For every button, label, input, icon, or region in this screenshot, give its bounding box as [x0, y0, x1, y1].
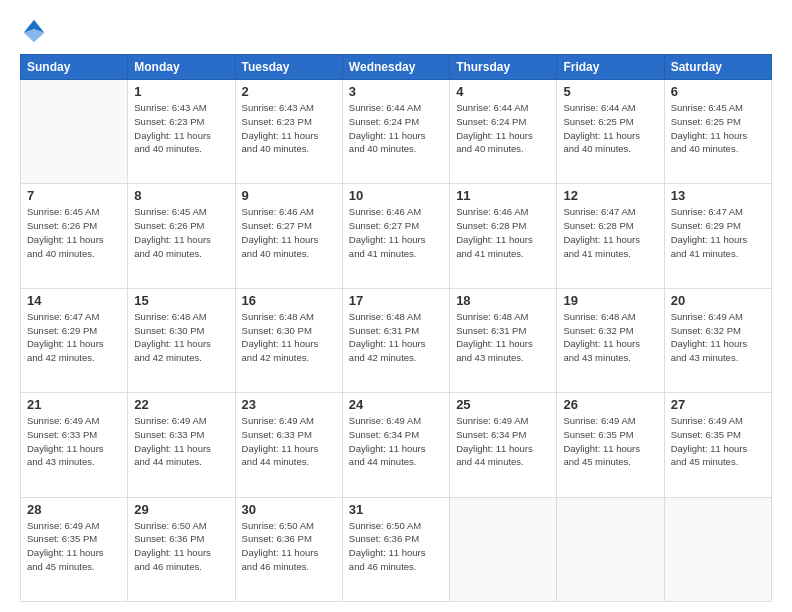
day-info: Sunrise: 6:44 AM Sunset: 6:24 PM Dayligh… — [349, 101, 443, 156]
calendar-cell: 7Sunrise: 6:45 AM Sunset: 6:26 PM Daylig… — [21, 184, 128, 288]
day-number: 28 — [27, 502, 121, 517]
day-number: 5 — [563, 84, 657, 99]
day-info: Sunrise: 6:49 AM Sunset: 6:34 PM Dayligh… — [456, 414, 550, 469]
day-number: 13 — [671, 188, 765, 203]
col-header-wednesday: Wednesday — [342, 55, 449, 80]
day-info: Sunrise: 6:48 AM Sunset: 6:32 PM Dayligh… — [563, 310, 657, 365]
calendar-cell: 1Sunrise: 6:43 AM Sunset: 6:23 PM Daylig… — [128, 80, 235, 184]
day-number: 18 — [456, 293, 550, 308]
calendar-cell: 18Sunrise: 6:48 AM Sunset: 6:31 PM Dayli… — [450, 288, 557, 392]
col-header-saturday: Saturday — [664, 55, 771, 80]
col-header-sunday: Sunday — [21, 55, 128, 80]
calendar-cell: 6Sunrise: 6:45 AM Sunset: 6:25 PM Daylig… — [664, 80, 771, 184]
calendar-cell: 8Sunrise: 6:45 AM Sunset: 6:26 PM Daylig… — [128, 184, 235, 288]
day-info: Sunrise: 6:44 AM Sunset: 6:24 PM Dayligh… — [456, 101, 550, 156]
calendar-cell: 16Sunrise: 6:48 AM Sunset: 6:30 PM Dayli… — [235, 288, 342, 392]
day-info: Sunrise: 6:50 AM Sunset: 6:36 PM Dayligh… — [242, 519, 336, 574]
calendar-cell — [557, 497, 664, 601]
calendar-cell: 21Sunrise: 6:49 AM Sunset: 6:33 PM Dayli… — [21, 393, 128, 497]
day-number: 11 — [456, 188, 550, 203]
day-info: Sunrise: 6:50 AM Sunset: 6:36 PM Dayligh… — [349, 519, 443, 574]
calendar-table: SundayMondayTuesdayWednesdayThursdayFrid… — [20, 54, 772, 602]
day-info: Sunrise: 6:50 AM Sunset: 6:36 PM Dayligh… — [134, 519, 228, 574]
day-number: 30 — [242, 502, 336, 517]
day-info: Sunrise: 6:46 AM Sunset: 6:27 PM Dayligh… — [349, 205, 443, 260]
calendar-week-row: 7Sunrise: 6:45 AM Sunset: 6:26 PM Daylig… — [21, 184, 772, 288]
header — [20, 16, 772, 44]
day-number: 6 — [671, 84, 765, 99]
day-number: 27 — [671, 397, 765, 412]
calendar-cell: 26Sunrise: 6:49 AM Sunset: 6:35 PM Dayli… — [557, 393, 664, 497]
day-info: Sunrise: 6:47 AM Sunset: 6:29 PM Dayligh… — [27, 310, 121, 365]
day-number: 10 — [349, 188, 443, 203]
col-header-monday: Monday — [128, 55, 235, 80]
page: SundayMondayTuesdayWednesdayThursdayFrid… — [0, 0, 792, 612]
day-number: 16 — [242, 293, 336, 308]
calendar-week-row: 21Sunrise: 6:49 AM Sunset: 6:33 PM Dayli… — [21, 393, 772, 497]
calendar-cell: 10Sunrise: 6:46 AM Sunset: 6:27 PM Dayli… — [342, 184, 449, 288]
day-info: Sunrise: 6:49 AM Sunset: 6:33 PM Dayligh… — [134, 414, 228, 469]
calendar-cell: 25Sunrise: 6:49 AM Sunset: 6:34 PM Dayli… — [450, 393, 557, 497]
calendar-cell: 15Sunrise: 6:48 AM Sunset: 6:30 PM Dayli… — [128, 288, 235, 392]
day-info: Sunrise: 6:47 AM Sunset: 6:29 PM Dayligh… — [671, 205, 765, 260]
day-number: 23 — [242, 397, 336, 412]
day-info: Sunrise: 6:49 AM Sunset: 6:35 PM Dayligh… — [27, 519, 121, 574]
day-number: 20 — [671, 293, 765, 308]
day-number: 9 — [242, 188, 336, 203]
col-header-friday: Friday — [557, 55, 664, 80]
calendar-cell: 3Sunrise: 6:44 AM Sunset: 6:24 PM Daylig… — [342, 80, 449, 184]
day-info: Sunrise: 6:48 AM Sunset: 6:31 PM Dayligh… — [456, 310, 550, 365]
day-number: 29 — [134, 502, 228, 517]
day-info: Sunrise: 6:43 AM Sunset: 6:23 PM Dayligh… — [134, 101, 228, 156]
day-number: 12 — [563, 188, 657, 203]
day-number: 22 — [134, 397, 228, 412]
calendar-cell: 14Sunrise: 6:47 AM Sunset: 6:29 PM Dayli… — [21, 288, 128, 392]
day-info: Sunrise: 6:48 AM Sunset: 6:31 PM Dayligh… — [349, 310, 443, 365]
calendar-week-row: 14Sunrise: 6:47 AM Sunset: 6:29 PM Dayli… — [21, 288, 772, 392]
calendar-cell: 27Sunrise: 6:49 AM Sunset: 6:35 PM Dayli… — [664, 393, 771, 497]
day-info: Sunrise: 6:46 AM Sunset: 6:28 PM Dayligh… — [456, 205, 550, 260]
day-number: 21 — [27, 397, 121, 412]
calendar-cell: 20Sunrise: 6:49 AM Sunset: 6:32 PM Dayli… — [664, 288, 771, 392]
day-info: Sunrise: 6:49 AM Sunset: 6:34 PM Dayligh… — [349, 414, 443, 469]
calendar-cell: 24Sunrise: 6:49 AM Sunset: 6:34 PM Dayli… — [342, 393, 449, 497]
day-number: 4 — [456, 84, 550, 99]
calendar-cell — [21, 80, 128, 184]
col-header-thursday: Thursday — [450, 55, 557, 80]
day-number: 26 — [563, 397, 657, 412]
logo — [20, 16, 52, 44]
day-info: Sunrise: 6:49 AM Sunset: 6:32 PM Dayligh… — [671, 310, 765, 365]
logo-icon — [20, 16, 48, 44]
calendar-week-row: 28Sunrise: 6:49 AM Sunset: 6:35 PM Dayli… — [21, 497, 772, 601]
col-header-tuesday: Tuesday — [235, 55, 342, 80]
day-number: 2 — [242, 84, 336, 99]
day-info: Sunrise: 6:48 AM Sunset: 6:30 PM Dayligh… — [242, 310, 336, 365]
day-info: Sunrise: 6:44 AM Sunset: 6:25 PM Dayligh… — [563, 101, 657, 156]
day-number: 14 — [27, 293, 121, 308]
day-number: 24 — [349, 397, 443, 412]
day-info: Sunrise: 6:48 AM Sunset: 6:30 PM Dayligh… — [134, 310, 228, 365]
calendar-cell — [664, 497, 771, 601]
day-info: Sunrise: 6:46 AM Sunset: 6:27 PM Dayligh… — [242, 205, 336, 260]
day-info: Sunrise: 6:45 AM Sunset: 6:26 PM Dayligh… — [134, 205, 228, 260]
day-number: 7 — [27, 188, 121, 203]
day-number: 31 — [349, 502, 443, 517]
day-number: 8 — [134, 188, 228, 203]
calendar-cell: 31Sunrise: 6:50 AM Sunset: 6:36 PM Dayli… — [342, 497, 449, 601]
day-number: 17 — [349, 293, 443, 308]
calendar-cell — [450, 497, 557, 601]
day-info: Sunrise: 6:49 AM Sunset: 6:33 PM Dayligh… — [27, 414, 121, 469]
calendar-cell: 5Sunrise: 6:44 AM Sunset: 6:25 PM Daylig… — [557, 80, 664, 184]
calendar-cell: 30Sunrise: 6:50 AM Sunset: 6:36 PM Dayli… — [235, 497, 342, 601]
calendar-cell: 19Sunrise: 6:48 AM Sunset: 6:32 PM Dayli… — [557, 288, 664, 392]
day-info: Sunrise: 6:47 AM Sunset: 6:28 PM Dayligh… — [563, 205, 657, 260]
calendar-cell: 9Sunrise: 6:46 AM Sunset: 6:27 PM Daylig… — [235, 184, 342, 288]
calendar-week-row: 1Sunrise: 6:43 AM Sunset: 6:23 PM Daylig… — [21, 80, 772, 184]
day-info: Sunrise: 6:45 AM Sunset: 6:26 PM Dayligh… — [27, 205, 121, 260]
calendar-cell: 4Sunrise: 6:44 AM Sunset: 6:24 PM Daylig… — [450, 80, 557, 184]
calendar-cell: 2Sunrise: 6:43 AM Sunset: 6:23 PM Daylig… — [235, 80, 342, 184]
day-info: Sunrise: 6:43 AM Sunset: 6:23 PM Dayligh… — [242, 101, 336, 156]
calendar-cell: 12Sunrise: 6:47 AM Sunset: 6:28 PM Dayli… — [557, 184, 664, 288]
day-number: 1 — [134, 84, 228, 99]
day-info: Sunrise: 6:45 AM Sunset: 6:25 PM Dayligh… — [671, 101, 765, 156]
